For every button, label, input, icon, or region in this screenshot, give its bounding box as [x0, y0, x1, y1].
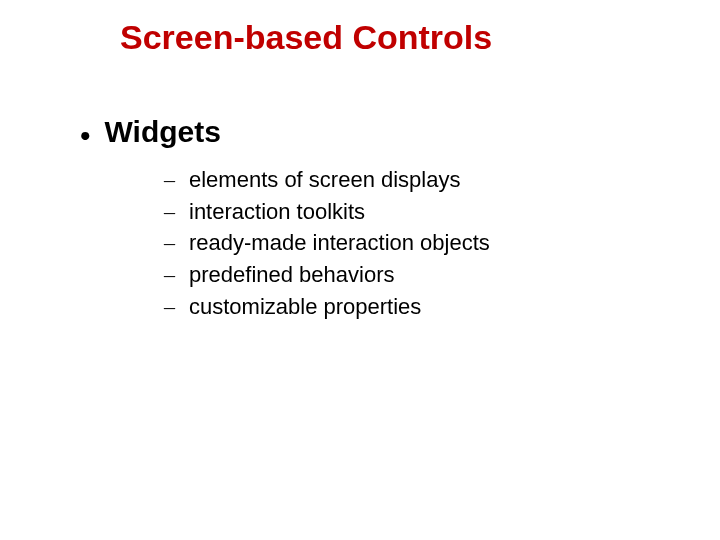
slide-container: Screen-based Controls • Widgets – elemen…: [0, 0, 720, 540]
sub-bullet-list: – elements of screen displays – interact…: [164, 165, 720, 321]
sub-bullet-label: interaction toolkits: [189, 197, 365, 227]
dash-icon: –: [164, 292, 175, 322]
slide-title: Screen-based Controls: [120, 18, 720, 57]
sub-bullet-item: – customizable properties: [164, 292, 720, 322]
dash-icon: –: [164, 260, 175, 290]
sub-bullet-item: – predefined behaviors: [164, 260, 720, 290]
dash-icon: –: [164, 228, 175, 258]
bullet-item: • Widgets: [80, 115, 720, 151]
dash-icon: –: [164, 165, 175, 195]
bullet-label: Widgets: [105, 115, 221, 149]
sub-bullet-label: customizable properties: [189, 292, 421, 322]
sub-bullet-label: ready-made interaction objects: [189, 228, 490, 258]
sub-bullet-item: – elements of screen displays: [164, 165, 720, 195]
sub-bullet-item: – ready-made interaction objects: [164, 228, 720, 258]
sub-bullet-label: elements of screen displays: [189, 165, 460, 195]
bullet-dot-icon: •: [80, 121, 91, 151]
sub-bullet-label: predefined behaviors: [189, 260, 394, 290]
sub-bullet-item: – interaction toolkits: [164, 197, 720, 227]
dash-icon: –: [164, 197, 175, 227]
